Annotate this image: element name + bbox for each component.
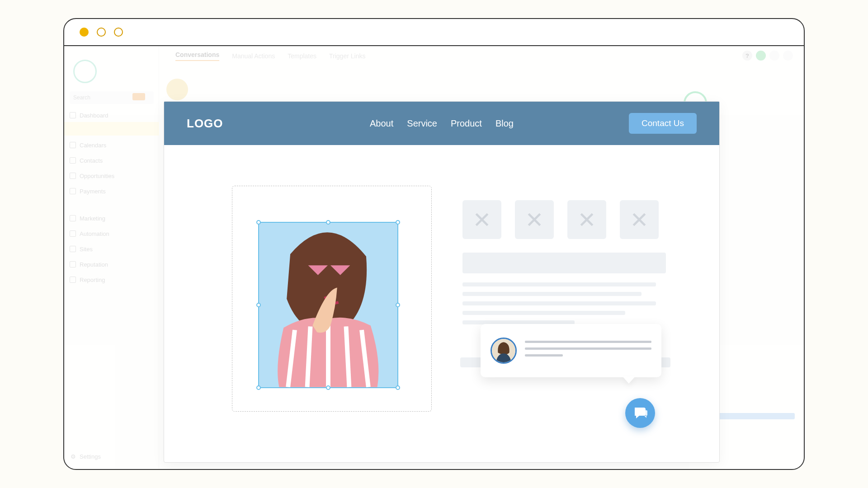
website-builder-preview: LOGO About Service Product Blog Contact … (164, 101, 720, 463)
person-illustration (259, 223, 397, 387)
resize-handle-tl[interactable] (256, 220, 261, 225)
chat-icon (633, 406, 647, 420)
resize-handle-bm[interactable] (326, 385, 330, 390)
image-placeholder-icon[interactable] (567, 200, 606, 239)
resize-handle-br[interactable] (396, 385, 400, 390)
site-header: LOGO About Service Product Blog Contact … (164, 102, 719, 145)
text-placeholder (462, 282, 656, 286)
sidebar-item-contacts[interactable]: Contacts (70, 155, 154, 166)
resize-handle-mr[interactable] (396, 303, 400, 307)
topnav-item-trigger-links[interactable]: Trigger Links (329, 52, 365, 60)
status-dot-icon (756, 51, 766, 61)
header-avatar-2[interactable] (783, 51, 793, 61)
selected-image[interactable] (258, 222, 398, 388)
resize-handle-tm[interactable] (326, 220, 330, 225)
text-placeholder (462, 301, 656, 305)
help-icon[interactable]: ? (742, 51, 752, 61)
content-placeholder-column (462, 200, 666, 330)
resize-handle-tr[interactable] (396, 220, 400, 225)
sidebar-item-active-highlight (64, 122, 159, 136)
contact-us-button[interactable]: Contact Us (629, 113, 697, 134)
topnav-item-manual-actions[interactable]: Manual Actions (232, 52, 275, 60)
site-nav: About Service Product Blog (370, 118, 514, 129)
chat-message-card[interactable] (481, 324, 661, 377)
nav-product[interactable]: Product (451, 118, 482, 129)
sidebar-item-settings[interactable]: ⚙ Settings (71, 453, 101, 460)
speech-tail-icon (623, 376, 635, 384)
site-logo[interactable]: LOGO (187, 117, 223, 131)
sidebar-item-sites[interactable]: Sites (70, 243, 154, 255)
sidebar-item-marketing[interactable]: Marketing (70, 212, 154, 224)
image-placeholder-icon[interactable] (515, 200, 554, 239)
nav-about[interactable]: About (370, 118, 393, 129)
svg-line-5 (346, 326, 349, 387)
nav-service[interactable]: Service (407, 118, 437, 129)
window-zoom-dot[interactable] (114, 28, 123, 37)
topnav-item-conversations[interactable]: Conversations (175, 51, 219, 61)
chat-fab-button[interactable] (625, 398, 655, 428)
sidebar-item-automation[interactable]: Automation (70, 228, 154, 239)
background-sidebar: Search Dashboard Calendars Contacts Oppo… (64, 46, 159, 469)
text-placeholder (462, 311, 625, 315)
sidebar-item-reporting[interactable]: Reporting (70, 274, 154, 286)
resize-handle-bl[interactable] (256, 385, 261, 390)
text-placeholder (462, 292, 642, 296)
header-avatar-1[interactable] (769, 51, 779, 61)
resize-handle-ml[interactable] (256, 303, 261, 307)
chat-avatar (491, 338, 517, 364)
image-placeholder-icon[interactable] (620, 200, 659, 239)
sidebar-item-calendars[interactable]: Calendars (70, 139, 154, 151)
browser-frame: Conversations Manual Actions Templates T… (63, 18, 805, 470)
browser-titlebar (64, 19, 804, 46)
svg-line-3 (307, 326, 311, 387)
sidebar-item-dashboard[interactable]: Dashboard (70, 109, 154, 121)
image-placeholder-icon[interactable] (462, 200, 501, 239)
chat-text-placeholder (525, 341, 651, 361)
search-count-badge (132, 93, 145, 100)
sidebar-item-payments[interactable]: Payments (70, 185, 154, 197)
sidebar-item-opportunities[interactable]: Opportunities (70, 170, 154, 182)
nav-blog[interactable]: Blog (495, 118, 514, 129)
window-minimize-dot[interactable] (97, 28, 106, 37)
gear-icon: ⚙ (71, 453, 76, 460)
heading-placeholder (462, 253, 666, 273)
window-close-dot[interactable] (80, 28, 89, 37)
background-topnav: Conversations Manual Actions Templates T… (159, 46, 804, 66)
site-body (164, 145, 719, 462)
workspace-avatar[interactable] (73, 60, 97, 83)
topnav-item-templates[interactable]: Templates (288, 52, 316, 60)
sidebar-item-reputation[interactable]: Reputation (70, 258, 154, 270)
